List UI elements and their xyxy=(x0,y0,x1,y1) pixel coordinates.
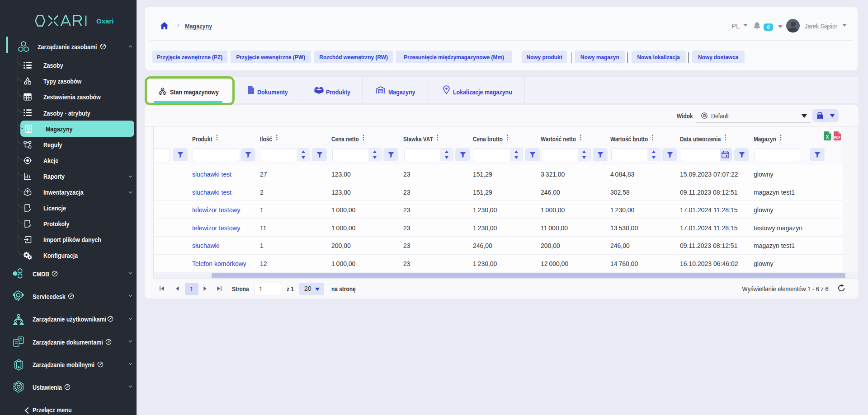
svg-text:X: X xyxy=(826,135,829,140)
svg-text:PDF: PDF xyxy=(834,136,841,139)
